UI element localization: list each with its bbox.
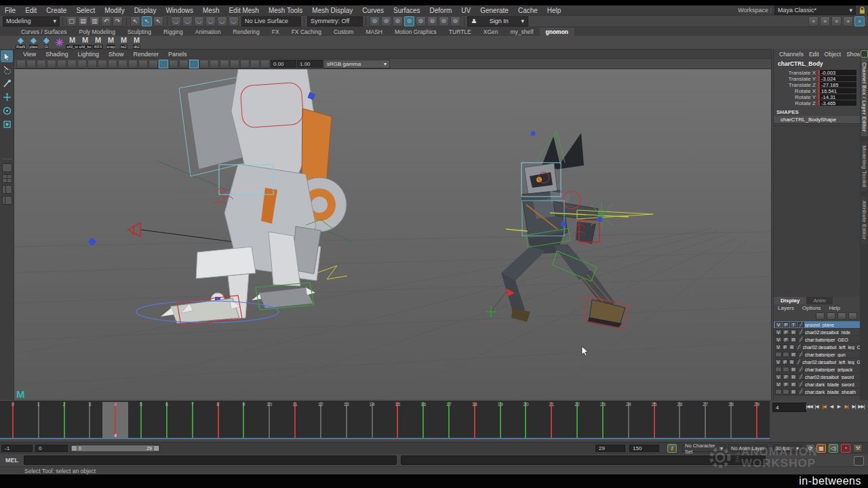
layer-playback-toggle[interactable]: P	[783, 382, 789, 387]
range-start-handle[interactable]	[71, 445, 77, 451]
shelf-tab[interactable]: Sculpting	[121, 28, 157, 36]
new-scene-icon[interactable]: ▢	[66, 16, 77, 26]
shelf-script-button[interactable]: ◈ Rad9	[15, 37, 26, 48]
field-chart-icon[interactable]	[138, 60, 148, 68]
shelf-tab[interactable]: Curves / Surfaces	[15, 28, 73, 36]
layer-visibility-toggle[interactable]: V	[775, 337, 782, 342]
menu-item[interactable]: Cache	[513, 7, 542, 14]
snap-projected-center-icon[interactable]: ◡	[205, 16, 216, 26]
shelf-tab[interactable]: FX Caching	[285, 28, 328, 36]
layer-playback-toggle[interactable]: P	[783, 337, 789, 342]
undo-icon[interactable]: ↶	[101, 16, 111, 26]
layer-visibility-toggle[interactable]: V	[775, 382, 782, 387]
sidebar-vertical-tab[interactable]: Attribute Editor	[861, 197, 867, 244]
time-slider-frame[interactable]: 4 4	[102, 402, 128, 438]
layer-playback-toggle[interactable]: P	[782, 359, 788, 365]
mute-sound-icon[interactable]: ◁)	[829, 444, 838, 453]
shelf-mel-button[interactable]: M sAll_to	[66, 37, 78, 48]
animation-preferences-icon[interactable]: ⚒︎	[853, 444, 863, 453]
make-live-icon[interactable]: ◡	[229, 16, 239, 26]
time-slider-frame[interactable]: 22 22	[564, 402, 590, 438]
layer-display-type-toggle[interactable]: R	[789, 359, 795, 365]
modeling-toolkit-toggle-icon[interactable]: ≡	[808, 16, 818, 26]
animation-start-field[interactable]: -1	[1, 445, 33, 452]
time-slider-frame[interactable]: 3 3	[77, 402, 102, 438]
shelf-asterisk-button[interactable]: ✳	[54, 37, 65, 48]
attribute-value-field[interactable]: -27.185	[818, 82, 856, 87]
channel-box-menu-item[interactable]: Edit	[806, 51, 822, 58]
layer-color-swatch[interactable]: ╱	[797, 367, 804, 372]
gamma-icon[interactable]	[260, 60, 270, 68]
resolution-gate-icon[interactable]	[118, 60, 127, 68]
time-slider-frame[interactable]: 14 14	[359, 402, 385, 438]
render-view-icon[interactable]: ◍	[370, 16, 380, 26]
auto-keyframe-icon[interactable]: ◔	[841, 444, 850, 453]
shelf-tab[interactable]: Rigging	[157, 28, 189, 36]
rotate-tool[interactable]	[1, 104, 13, 117]
menu-item[interactable]: Select	[71, 7, 100, 14]
time-slider-frame[interactable]: 8 8	[205, 402, 231, 438]
time-slider-frame[interactable]: 1 1	[26, 402, 52, 438]
shelf-tab[interactable]: Animation	[189, 28, 227, 36]
layer-display-type-toggle[interactable]: R	[790, 337, 797, 342]
textured-icon[interactable]	[189, 60, 199, 68]
outliner-toggle-icon[interactable]: ≡	[831, 16, 842, 26]
time-slider-frame[interactable]: 29 29	[744, 402, 770, 438]
shape-node-name[interactable]: charCTRL_BodyShape	[774, 116, 860, 124]
shelf-tab[interactable]: Poly Modeling	[73, 28, 121, 36]
time-slider-frame[interactable]: 19 19	[488, 402, 513, 438]
layer-color-swatch[interactable]: ╱	[797, 322, 804, 327]
pause-viewport-icon[interactable]: ◍	[450, 16, 460, 26]
menu-item[interactable]: Deform	[425, 7, 457, 14]
layer-row[interactable]: R ╱ char:batsniper_jetpack	[774, 366, 860, 373]
split-pane-layout-button[interactable]	[2, 185, 12, 194]
gate-mask-icon[interactable]	[128, 60, 138, 68]
time-slider-frame[interactable]: 2 2	[52, 402, 77, 438]
symmetry-field[interactable]: Symmetry: Off	[307, 16, 363, 26]
menu-item[interactable]: Generate	[475, 7, 513, 14]
render-settings-icon[interactable]: ◍	[404, 16, 414, 26]
panel-menu-item[interactable]: Show	[104, 51, 129, 58]
playback-end-field[interactable]: 29	[595, 445, 625, 452]
panel-menu-item[interactable]: Shading	[41, 51, 73, 58]
menu-item[interactable]: Curves	[357, 7, 389, 14]
image-plane-icon[interactable]	[57, 60, 66, 68]
xray-icon[interactable]	[240, 60, 250, 68]
shelf-tab[interactable]: TURTLE	[443, 28, 477, 36]
layer-playback-toggle[interactable]: P	[783, 374, 789, 380]
anti-alias-icon[interactable]	[230, 60, 239, 68]
script-editor-button[interactable]	[854, 456, 864, 466]
layer-color-swatch[interactable]: ╱	[797, 352, 804, 357]
channel-box-menu-item[interactable]: Channels	[776, 51, 806, 58]
panel-menu-item[interactable]: Panels	[163, 51, 192, 58]
grid-icon[interactable]	[98, 60, 107, 68]
time-slider-frame[interactable]: 25 25	[642, 402, 667, 438]
layer-playback-toggle[interactable]	[783, 367, 789, 372]
attribute-editor-toggle-icon[interactable]: ≡	[843, 16, 853, 26]
layer-row[interactable]: V P R ╱ char02:desaibot_left_leg_CUT	[774, 344, 860, 351]
current-frame-field[interactable]: 4	[772, 403, 806, 412]
layer-visibility-toggle[interactable]: V	[775, 344, 781, 350]
layer-visibility-toggle[interactable]	[775, 367, 782, 372]
shelf-mel-button[interactable]: M snap	[105, 37, 117, 48]
shelf-mel-button[interactable]: M bs2	[118, 37, 130, 48]
time-slider-frame[interactable]: 9 9	[231, 402, 256, 438]
time-slider-frame[interactable]: 28 28	[718, 402, 744, 438]
layer-color-swatch[interactable]: ╱	[795, 344, 802, 350]
exposure-field[interactable]: 0.00	[271, 60, 296, 68]
sidebar-icon[interactable]	[861, 50, 868, 58]
layer-row[interactable]: V P T ╱ ground_plane	[774, 321, 860, 329]
move-layer-down-icon[interactable]	[848, 312, 857, 320]
menu-item[interactable]: Create	[41, 7, 71, 14]
lasso-tool[interactable]	[1, 64, 13, 76]
character-set-dropdown[interactable]: No Character Set▾	[682, 445, 726, 452]
time-slider-frame[interactable]: 0 0	[0, 402, 26, 438]
menu-item[interactable]: Display	[130, 7, 161, 14]
channel-box-menu-item[interactable]: Object	[822, 51, 844, 58]
select-tool[interactable]	[1, 50, 13, 62]
snap-point-icon[interactable]: ◡	[194, 16, 204, 26]
time-slider-frame[interactable]: 16 16	[410, 402, 436, 438]
attribute-value-field[interactable]: 16.541	[818, 88, 856, 94]
time-slider-frame[interactable]: 13 13	[334, 402, 359, 438]
layer-playback-toggle[interactable]: P	[783, 322, 789, 327]
